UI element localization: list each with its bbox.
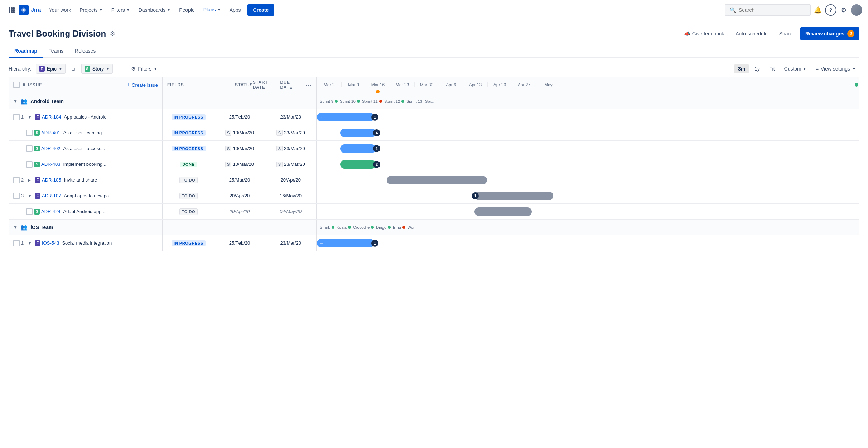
adr-402-fields: IN PROGRESS S 10/Mar/20 S 23/Mar/20 [163, 141, 317, 156]
adr-104-key[interactable]: ADR-104 [42, 114, 61, 120]
project-settings-icon[interactable]: ⚙ [110, 30, 115, 38]
adr-403-start-col: S 10/Mar/20 [214, 162, 265, 167]
search-box[interactable]: 🔍 [725, 4, 811, 16]
adr-104-bar-arrow: ← [320, 115, 324, 120]
nav-filters[interactable]: Filters▼ [108, 5, 134, 15]
view-settings-button[interactable]: ≡ View settings ▼ [812, 64, 859, 73]
adr-401-status: IN PROGRESS [172, 130, 205, 136]
ios-543-due: 23/Mar/20 [280, 240, 301, 246]
nav-dashboards[interactable]: Dashboards▼ [135, 5, 174, 15]
today-line-android-group [378, 93, 378, 109]
time-1y-button[interactable]: 1y [751, 64, 763, 73]
adr-403-checkbox[interactable] [26, 161, 33, 168]
tab-roadmap[interactable]: Roadmap [9, 44, 43, 58]
adr-424-checkbox[interactable] [26, 208, 33, 215]
adr-105-expand-icon[interactable]: ▶ [28, 178, 33, 183]
adr-424-scope: S ADR-424 Adapt Android app... [9, 204, 163, 219]
share-button[interactable]: Share [776, 29, 796, 39]
ios-543-checkbox[interactable] [13, 240, 20, 246]
gantt-week-apr20: Apr 20 [487, 82, 512, 87]
today-line-adr104 [378, 109, 378, 125]
ios-543-key[interactable]: IOS-543 [42, 240, 59, 246]
android-team-icon: 👥 [20, 98, 28, 105]
adr-107-gantt: 1 [317, 188, 859, 203]
adr-105-status-col: TO DO [163, 177, 214, 183]
adr-105-checkbox[interactable] [13, 177, 20, 183]
adr-107-collapse-icon[interactable]: ▼ [28, 193, 33, 198]
adr-104-bar[interactable]: ← [317, 113, 374, 121]
adr-401-fields: IN PROGRESS S 10/Mar/20 S 23/Mar/20 [163, 125, 317, 140]
ios-543-bar[interactable]: ← [317, 239, 374, 247]
time-3m-button[interactable]: 3m [734, 64, 749, 73]
create-button[interactable]: Create [247, 4, 275, 16]
avatar[interactable] [851, 4, 862, 16]
search-input[interactable] [739, 7, 806, 13]
auto-schedule-button[interactable]: Auto-schedule [732, 29, 771, 39]
adr-402-gantt: 1 [317, 141, 859, 156]
adr-107-key[interactable]: ADR-107 [42, 193, 61, 198]
adr-401-gantt: 4 [317, 125, 859, 140]
grid-icon[interactable] [6, 4, 17, 16]
adr-105-epic-icon: E [35, 177, 40, 183]
adr-104-fields: IN PROGRESS 25/Feb/20 23/Mar/20 [163, 109, 317, 125]
today-line-adr403 [378, 156, 378, 172]
nav-apps[interactable]: Apps [226, 5, 245, 15]
adr-107-scope: 3 ▼ E ADR-107 Adapt apps to new pa... [9, 188, 163, 203]
adr-401-due-col: S 23/Mar/20 [265, 130, 316, 136]
ios-team-collapse-icon[interactable]: ▼ [13, 225, 18, 230]
hierarchy-from-select[interactable]: E Epic ▼ [36, 64, 66, 74]
gantt-week-mar16: Mar 16 [366, 82, 390, 87]
adr-424-bar[interactable] [474, 207, 532, 216]
create-issue-button[interactable]: + Create issue [127, 82, 158, 88]
fields-more-icon[interactable]: ⋯ [305, 81, 312, 89]
adr-401-bar[interactable] [340, 129, 376, 137]
adr-402-bar[interactable] [340, 144, 376, 153]
adr-401-key[interactable]: ADR-401 [41, 130, 60, 135]
adr-105-bar[interactable] [387, 176, 487, 184]
adr-104-collapse-icon[interactable]: ▼ [28, 115, 33, 120]
hierarchy-to-chevron: ▼ [106, 67, 110, 71]
nav-people[interactable]: People [175, 5, 198, 15]
adr-424-key[interactable]: ADR-424 [41, 209, 60, 214]
review-changes-button[interactable]: Review changes 2 [800, 27, 859, 40]
hierarchy-to-select[interactable]: S Story ▼ [81, 64, 113, 74]
adr-403-bar[interactable] [340, 160, 376, 169]
adr-107-bar[interactable] [474, 192, 553, 200]
ios-543-collapse-icon[interactable]: ▼ [28, 241, 33, 246]
svg-rect-6 [9, 11, 10, 13]
android-fields-cell [163, 93, 317, 109]
adr-104-start: 25/Feb/20 [229, 114, 250, 120]
adr-401-row: S ADR-401 As a user I can log... IN PROG… [9, 125, 859, 141]
settings-icon[interactable]: ⚙ [838, 4, 849, 16]
gantt-week-mar2: Mar 2 [317, 82, 341, 87]
notifications-icon[interactable]: 🔔 [812, 4, 824, 16]
adr-107-checkbox[interactable] [13, 193, 20, 199]
tab-releases[interactable]: Releases [69, 44, 101, 58]
nav-your-work[interactable]: Your work [45, 5, 74, 15]
custom-button[interactable]: Custom ▼ [781, 64, 810, 73]
jira-logo[interactable]: Jira [19, 5, 41, 15]
adr-105-fields: TO DO 25/Mar/20 20/Apr/20 [163, 172, 317, 188]
tab-teams[interactable]: Teams [43, 44, 69, 58]
nav-projects[interactable]: Projects▼ [76, 5, 106, 15]
nav-plans[interactable]: Plans▼ [200, 5, 225, 15]
adr-403-fields: DONE S 10/Mar/20 S 23/Mar/20 [163, 156, 317, 172]
filters-button[interactable]: ⚙ Filters ▼ [127, 64, 161, 73]
ios-fields-cell [163, 220, 317, 235]
adr-104-summary: App basics - Android [64, 114, 106, 120]
adr-402-checkbox[interactable] [26, 145, 33, 152]
give-feedback-button[interactable]: 📣 Give feedback [680, 29, 728, 39]
ios-sprint-row: Shark Koala Crocodile Dingo Emu Wor [317, 220, 859, 235]
adr-403-key[interactable]: ADR-403 [41, 162, 60, 167]
adr-402-count: 1 [373, 145, 380, 152]
adr-104-checkbox[interactable] [13, 114, 20, 120]
help-icon[interactable]: ? [825, 4, 836, 16]
fit-button[interactable]: Fit [766, 64, 778, 73]
svg-rect-1 [11, 7, 13, 9]
android-team-collapse-icon[interactable]: ▼ [13, 99, 18, 104]
adr-401-checkbox[interactable] [26, 130, 33, 136]
adr-105-key[interactable]: ADR-105 [42, 177, 61, 183]
adr-402-key[interactable]: ADR-402 [41, 146, 60, 151]
review-count-badge: 2 [847, 30, 854, 37]
select-all-checkbox[interactable] [13, 82, 20, 88]
